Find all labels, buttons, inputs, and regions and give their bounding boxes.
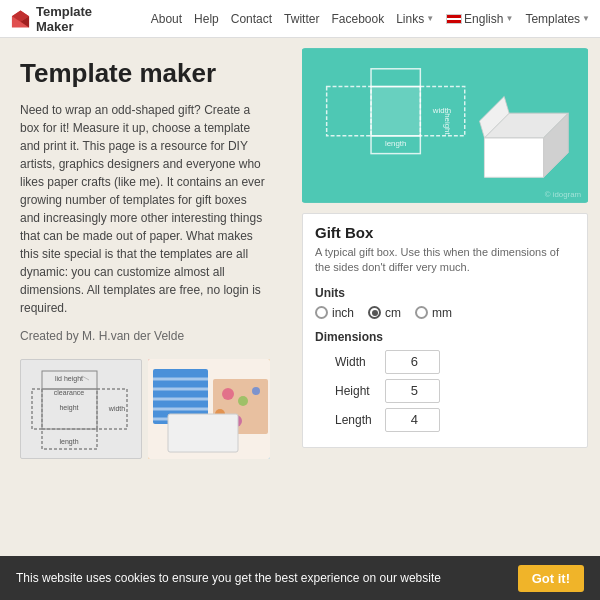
chevron-down-icon: ▼	[582, 14, 590, 23]
dim-height-row: Height	[315, 379, 575, 403]
navbar: Template Maker About Help Contact Twitte…	[0, 0, 600, 38]
svg-text:width: width	[432, 106, 451, 115]
brand-name: Template Maker	[36, 4, 129, 34]
dimensions-section: Dimensions Width Height Length	[315, 330, 575, 432]
svg-marker-37	[484, 138, 543, 177]
svg-text:width: width	[108, 405, 125, 412]
svg-rect-31	[371, 87, 420, 136]
svg-point-23	[238, 396, 248, 406]
unit-cm-label: cm	[385, 306, 401, 320]
dim-height-input[interactable]	[385, 379, 440, 403]
dimensions-label: Dimensions	[315, 330, 575, 344]
radio-cm[interactable]	[368, 306, 381, 319]
left-panel: Template maker Need to wrap an odd-shape…	[0, 38, 290, 556]
credit-text: Created by M. H.van der Velde	[20, 327, 270, 345]
right-panel: height length width © idogram	[290, 38, 600, 556]
dim-length-label: Length	[335, 413, 385, 427]
unit-cm[interactable]: cm	[368, 306, 401, 320]
units-row: inch cm mm	[315, 306, 575, 320]
form-description: A typical gift box. Use this when the di…	[315, 245, 575, 276]
dim-width-row: Width	[315, 350, 575, 374]
svg-text:height: height	[443, 113, 452, 135]
chevron-down-icon: ▼	[426, 14, 434, 23]
cookie-banner: This website uses cookies to ensure you …	[0, 556, 600, 600]
nav-help[interactable]: Help	[194, 12, 219, 26]
unit-mm-label: mm	[432, 306, 452, 320]
gift-box-form: Gift Box A typical gift box. Use this wh…	[302, 213, 588, 448]
svg-rect-6	[32, 389, 42, 429]
bottom-preview-images: lid height clearance height length width	[20, 359, 270, 459]
brand-logo[interactable]: Template Maker	[10, 4, 129, 34]
dim-length-row: Length	[315, 408, 575, 432]
units-label: Units	[315, 286, 575, 300]
unit-inch-label: inch	[332, 306, 354, 320]
dim-length-input[interactable]	[385, 408, 440, 432]
radio-mm[interactable]	[415, 306, 428, 319]
svg-text:length: length	[385, 139, 406, 148]
nav-contact[interactable]: Contact	[231, 12, 272, 26]
dim-width-input[interactable]	[385, 350, 440, 374]
nav-templates-dropdown[interactable]: Templates ▼	[525, 12, 590, 26]
colorful-box-image	[148, 359, 270, 459]
page-title: Template maker	[20, 58, 270, 89]
cookie-message: This website uses cookies to ensure you …	[16, 571, 441, 585]
svg-text:length: length	[59, 438, 78, 446]
unit-mm[interactable]: mm	[415, 306, 452, 320]
flag-icon	[446, 14, 462, 24]
svg-text:© idogram: © idogram	[545, 190, 582, 199]
svg-text:clearance: clearance	[54, 389, 84, 396]
unit-inch[interactable]: inch	[315, 306, 354, 320]
radio-inch[interactable]	[315, 306, 328, 319]
svg-rect-27	[168, 414, 238, 452]
chevron-down-icon: ▼	[505, 14, 513, 23]
lid-box-svg: lid height clearance height length width	[27, 366, 142, 456]
hero-description: Need to wrap an odd-shaped gift? Create …	[20, 101, 270, 317]
svg-point-22	[222, 388, 234, 400]
lid-box-diagram[interactable]: lid height clearance height length width	[20, 359, 142, 459]
nav-facebook[interactable]: Facebook	[331, 12, 384, 26]
nav-about[interactable]: About	[151, 12, 182, 26]
logo-icon	[10, 8, 31, 30]
form-title: Gift Box	[315, 224, 575, 241]
nav-twitter[interactable]: Twitter	[284, 12, 319, 26]
nav-links-dropdown[interactable]: Links ▼	[396, 12, 434, 26]
gift-box-hero-svg: height length width © idogram	[302, 48, 588, 203]
dim-width-label: Width	[335, 355, 385, 369]
main-content: Template maker Need to wrap an odd-shape…	[0, 38, 600, 556]
svg-text:height: height	[59, 404, 78, 412]
svg-text:lid height: lid height	[55, 375, 83, 383]
svg-line-9	[82, 376, 89, 380]
nav-language-dropdown[interactable]: English ▼	[446, 12, 513, 26]
cookie-accept-button[interactable]: Got it!	[518, 565, 584, 592]
colorful-boxes-svg	[148, 359, 270, 459]
dim-height-label: Height	[335, 384, 385, 398]
svg-point-24	[252, 387, 260, 395]
gift-box-hero-image: height length width © idogram	[302, 48, 588, 203]
